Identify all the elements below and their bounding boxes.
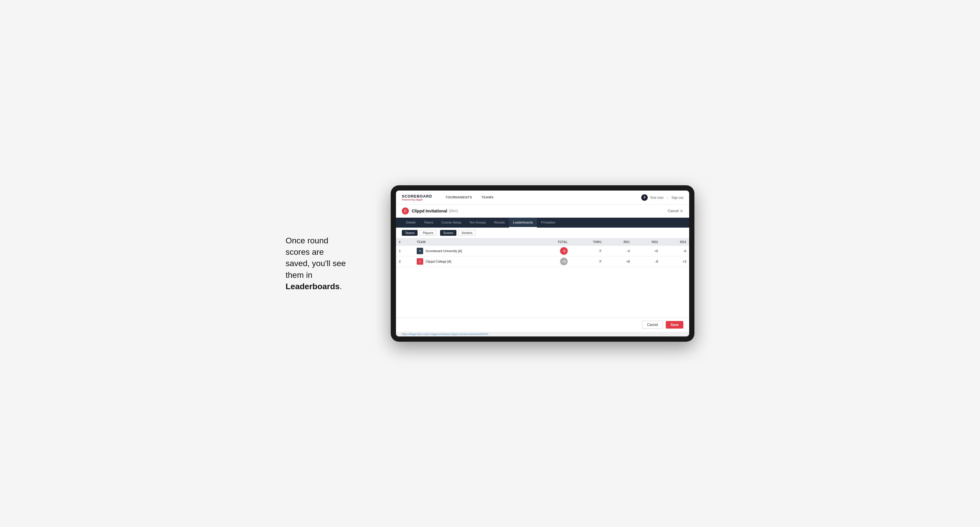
- description-period: .: [340, 282, 342, 291]
- tab-tee-groups[interactable]: Tee Groups: [465, 218, 490, 228]
- user-avatar: S: [641, 194, 648, 201]
- leaderboard-content: # TEAM TOTAL THRU RD1 RD2 RD3 1: [396, 238, 689, 292]
- table-header: # TEAM TOTAL THRU RD1 RD2 RD3: [396, 238, 689, 246]
- col-total: TOTAL: [533, 238, 571, 246]
- filter-players[interactable]: Players: [419, 230, 437, 236]
- logo-text: SCOREBOARD: [402, 194, 432, 198]
- tournament-header: C Clippd Invitational (Men) Cancel ✕: [396, 205, 689, 218]
- tab-details[interactable]: Details: [402, 218, 420, 228]
- rd2-cell: -8: [633, 256, 661, 267]
- tournament-icon: C: [402, 208, 409, 214]
- col-rd3: RD3: [661, 238, 689, 246]
- page-wrapper: Once round scores are saved, you'll see …: [286, 185, 694, 342]
- sign-out-link[interactable]: Sign out: [671, 196, 683, 199]
- tab-course-setup[interactable]: Course Setup: [438, 218, 465, 228]
- filter-teams[interactable]: Teams: [402, 230, 418, 236]
- status-url: https://stage-blue-coach.stagescoreboard…: [402, 333, 488, 336]
- description-line1: Once round: [286, 236, 328, 245]
- team-name-cell: C Clippd College [A]: [414, 256, 533, 267]
- team-name-cell: S Scoreboard University [A]: [414, 246, 533, 256]
- col-rd1: RD1: [605, 238, 633, 246]
- tournament-subtitle: (Men): [449, 209, 458, 213]
- col-rd2: RD2: [633, 238, 661, 246]
- filter-scores[interactable]: Scores: [440, 230, 457, 236]
- tab-teams[interactable]: Teams: [420, 218, 438, 228]
- nav-links: TOURNAMENTS TEAMS: [441, 190, 498, 204]
- table-body: 1 S Scoreboard University [A] -5 F: [396, 246, 689, 267]
- rank-cell: 2: [396, 256, 414, 267]
- col-thru: THRU: [571, 238, 605, 246]
- rd2-cell: +5: [633, 246, 661, 256]
- user-name: Test User: [650, 196, 663, 199]
- nav-teams[interactable]: TEAMS: [477, 190, 498, 204]
- description-line2: scores are: [286, 248, 324, 257]
- table-row: 1 S Scoreboard University [A] -5 F: [396, 246, 689, 256]
- thru-cell: F: [571, 256, 605, 267]
- thru-cell: F: [571, 246, 605, 256]
- col-team: TEAM: [414, 238, 533, 246]
- tablet-device: SCOREBOARD Powered by clippd TOURNAMENTS…: [391, 185, 694, 342]
- rd1-cell: +8: [605, 256, 633, 267]
- description-line4: them in: [286, 270, 312, 279]
- nav-right: S Test User | Sign out: [641, 194, 683, 201]
- team-logo: S: [417, 248, 423, 254]
- powered-by-text: Powered by clippd: [402, 198, 432, 201]
- sub-tabs: Details Teams Course Setup Tee Groups Re…: [396, 218, 689, 228]
- tournament-title: Clippd Invitational: [412, 209, 447, 213]
- rd1-cell: -4: [605, 246, 633, 256]
- total-cell: +3: [533, 256, 571, 267]
- rd3-cell: -6: [661, 246, 689, 256]
- save-button[interactable]: Save: [666, 321, 683, 329]
- cancel-button[interactable]: Cancel: [642, 321, 663, 329]
- tab-results[interactable]: Results: [490, 218, 509, 228]
- filter-bar: Teams Players Scores Strokes: [396, 228, 689, 238]
- total-cell: -5: [533, 246, 571, 256]
- col-rank: #: [396, 238, 414, 246]
- table-row: 2 C Clippd College [A] +3 F: [396, 256, 689, 267]
- team-logo: C: [417, 258, 423, 265]
- tab-printables[interactable]: Printables: [537, 218, 560, 228]
- logo-area: SCOREBOARD Powered by clippd: [402, 194, 432, 201]
- description-bold: Leaderboards: [286, 282, 340, 291]
- nav-tournaments[interactable]: TOURNAMENTS: [441, 190, 477, 204]
- description-line3: saved, you'll see: [286, 259, 346, 268]
- score-badge: +3: [560, 258, 568, 265]
- tablet-screen: SCOREBOARD Powered by clippd TOURNAMENTS…: [396, 190, 689, 337]
- header-cancel-button[interactable]: Cancel ✕: [668, 209, 683, 213]
- tab-leaderboards[interactable]: Leaderboards: [509, 218, 537, 228]
- top-nav: SCOREBOARD Powered by clippd TOURNAMENTS…: [396, 190, 689, 205]
- left-description: Once round scores are saved, you'll see …: [286, 235, 373, 292]
- close-icon: ✕: [680, 209, 683, 213]
- leaderboard-table: # TEAM TOTAL THRU RD1 RD2 RD3 1: [396, 238, 689, 267]
- status-bar: https://stage-blue-coach.stagescoreboard…: [396, 332, 689, 337]
- pipe-separator: |: [667, 196, 668, 199]
- rd3-cell: +3: [661, 256, 689, 267]
- score-badge: -5: [560, 247, 568, 255]
- filter-strokes[interactable]: Strokes: [458, 230, 476, 236]
- bottom-bar: Cancel Save: [396, 317, 689, 332]
- rank-cell: 1: [396, 246, 414, 256]
